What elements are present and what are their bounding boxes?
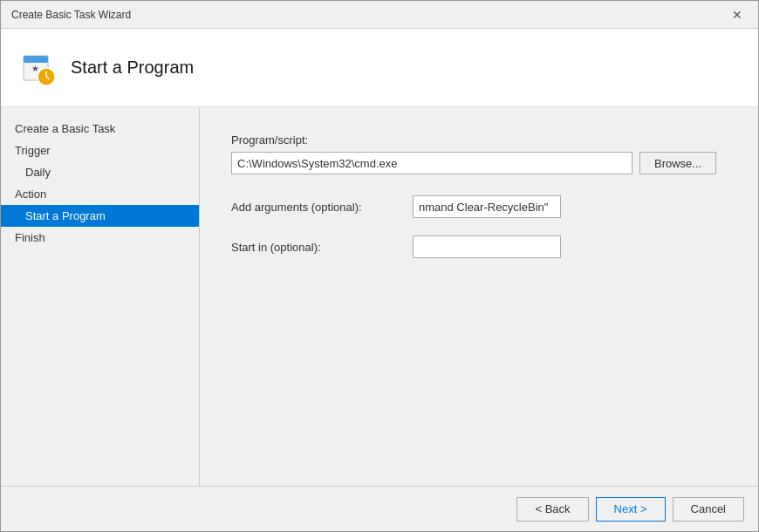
arguments-label: Add arguments (optional): xyxy=(231,201,406,214)
start-in-label: Start in (optional): xyxy=(231,241,406,254)
wizard-content: Create a Basic Task Trigger Daily Action… xyxy=(1,107,758,486)
sidebar: Create a Basic Task Trigger Daily Action… xyxy=(1,107,200,486)
sidebar-item-create-basic-task: Create a Basic Task xyxy=(1,118,199,140)
arguments-input[interactable] xyxy=(413,195,561,218)
svg-text:★: ★ xyxy=(31,64,39,73)
spacer xyxy=(231,276,727,460)
svg-rect-1 xyxy=(24,56,48,63)
browse-button[interactable]: Browse... xyxy=(639,152,716,174)
task-icon: ★ xyxy=(18,49,57,87)
start-in-group: Start in (optional): xyxy=(231,235,727,258)
sidebar-item-start-a-program: Start a Program xyxy=(1,205,199,227)
window-title: Create Basic Task Wizard xyxy=(11,9,131,21)
header-title: Start a Program xyxy=(71,58,194,78)
sidebar-item-trigger: Trigger xyxy=(1,140,199,161)
main-panel: Program/script: Browse... Add arguments … xyxy=(200,107,758,486)
next-button[interactable]: Next > xyxy=(596,497,666,522)
wizard-header: ★ Start a Program xyxy=(1,29,758,107)
close-button[interactable]: ✕ xyxy=(727,7,748,23)
sidebar-item-finish: Finish xyxy=(1,227,199,249)
start-in-input[interactable] xyxy=(413,235,561,258)
program-script-row: Browse... xyxy=(231,152,727,174)
footer: < Back Next > Cancel xyxy=(1,486,758,531)
arguments-row: Add arguments (optional): xyxy=(231,195,727,218)
program-script-label: Program/script: xyxy=(231,133,727,147)
cancel-button[interactable]: Cancel xyxy=(673,497,744,522)
program-script-input[interactable] xyxy=(231,152,632,174)
back-button[interactable]: < Back xyxy=(516,497,588,522)
arguments-group: Add arguments (optional): xyxy=(231,195,727,218)
sidebar-item-action: Action xyxy=(1,183,199,205)
program-script-group: Program/script: Browse... xyxy=(231,133,727,178)
start-in-row: Start in (optional): xyxy=(231,235,727,258)
wizard-window: Create Basic Task Wizard ✕ ★ Start a Pro… xyxy=(0,0,759,532)
sidebar-item-daily: Daily xyxy=(1,161,199,183)
title-bar: Create Basic Task Wizard ✕ xyxy=(1,1,758,29)
